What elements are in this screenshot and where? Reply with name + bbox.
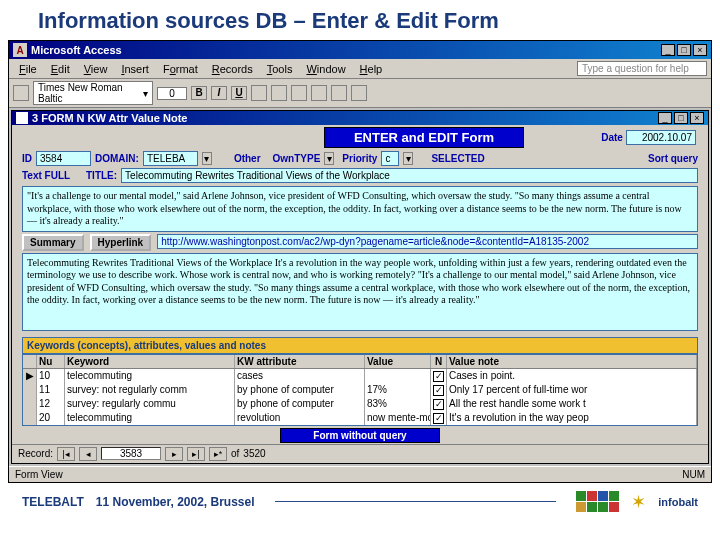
- font-size-select[interactable]: 0: [157, 87, 187, 100]
- col-note[interactable]: Value note: [447, 355, 697, 368]
- row-selector[interactable]: ▶: [23, 369, 37, 383]
- cell-checkbox[interactable]: ✓: [431, 397, 447, 411]
- minimize-button[interactable]: _: [661, 44, 675, 56]
- maximize-button[interactable]: □: [677, 44, 691, 56]
- cell-attribute[interactable]: cases: [235, 369, 365, 383]
- col-selector[interactable]: [23, 355, 37, 368]
- sub-close-button[interactable]: ×: [690, 112, 704, 124]
- table-row[interactable]: ▶10telecommutingcases✓Cases in point.: [23, 369, 697, 383]
- cell-note[interactable]: Only 17 percent of full-time wor: [447, 383, 697, 397]
- id-field[interactable]: 3584: [36, 151, 91, 166]
- toolbar-btn[interactable]: [13, 85, 29, 101]
- owntype-dropdown-icon[interactable]: ▾: [324, 152, 334, 165]
- menu-records[interactable]: Records: [206, 62, 259, 76]
- table-row[interactable]: 20telecommutingrevolutionnow mente-model…: [23, 411, 697, 425]
- table-row[interactable]: 11survey: not regularly commby phone of …: [23, 383, 697, 397]
- align-right-button[interactable]: [291, 85, 307, 101]
- form-without-query-button[interactable]: Form without query: [280, 428, 440, 443]
- cell-attribute[interactable]: by phone of computer: [235, 397, 365, 411]
- italic-button[interactable]: I: [211, 86, 227, 100]
- fill-color-button[interactable]: [311, 85, 327, 101]
- menu-insert[interactable]: Insert: [115, 62, 155, 76]
- slide-footer: TELEBALT 11 November, 2002, Brussel ✶ in…: [0, 483, 720, 513]
- cell-note[interactable]: Cases in point.: [447, 369, 697, 383]
- menu-view[interactable]: View: [78, 62, 114, 76]
- menu-file[interactable]: File: [13, 62, 43, 76]
- menu-help[interactable]: Help: [354, 62, 389, 76]
- cell-keyword[interactable]: survey: regularly commu: [65, 397, 235, 411]
- cell-checkbox[interactable]: ✓: [431, 383, 447, 397]
- selected-label: SELECTED: [431, 153, 484, 164]
- cell-attribute[interactable]: revolution: [235, 411, 365, 425]
- font-color-button[interactable]: [331, 85, 347, 101]
- col-attribute[interactable]: KW attribute: [235, 355, 365, 368]
- cell-num[interactable]: 20: [37, 411, 65, 425]
- menu-window[interactable]: Window: [300, 62, 351, 76]
- domain-field[interactable]: TELEBA: [143, 151, 198, 166]
- new-record-button[interactable]: ▸*: [209, 447, 227, 461]
- cell-checkbox[interactable]: ✓: [431, 369, 447, 383]
- cell-num[interactable]: 11: [37, 383, 65, 397]
- table-header-row: Nu Keyword KW attribute Value N Value no…: [23, 355, 697, 369]
- status-numlock: NUM: [682, 469, 705, 480]
- help-search-box[interactable]: Type a question for help: [577, 61, 707, 76]
- close-button[interactable]: ×: [693, 44, 707, 56]
- cell-note[interactable]: It's a revolution in the way peop: [447, 411, 697, 425]
- textfull-field[interactable]: "It's a challenge to our mental model," …: [22, 186, 698, 232]
- id-label: ID: [22, 153, 32, 164]
- domain-dropdown-icon[interactable]: ▾: [202, 152, 212, 165]
- form-header: ENTER and EDIT Form: [324, 127, 524, 148]
- font-select[interactable]: Times New Roman Baltic▾: [33, 81, 153, 105]
- cell-checkbox[interactable]: ✓: [431, 411, 447, 425]
- title-field[interactable]: Telecommuting Rewrites Traditional Views…: [121, 168, 698, 183]
- col-num[interactable]: Nu: [37, 355, 65, 368]
- cell-keyword[interactable]: telecommuting: [65, 411, 235, 425]
- cell-num[interactable]: 10: [37, 369, 65, 383]
- align-center-button[interactable]: [271, 85, 287, 101]
- sortquery-label[interactable]: Sort query: [648, 153, 698, 164]
- footer-date: 11 November, 2002, Brussel: [96, 495, 255, 509]
- cell-value[interactable]: [365, 369, 431, 383]
- menu-tools[interactable]: Tools: [261, 62, 299, 76]
- col-keyword[interactable]: Keyword: [65, 355, 235, 368]
- row-selector[interactable]: [23, 411, 37, 425]
- sub-minimize-button[interactable]: _: [658, 112, 672, 124]
- cell-keyword[interactable]: survey: not regularly comm: [65, 383, 235, 397]
- priority-label: Priority: [342, 153, 377, 164]
- date-label: Date: [601, 132, 623, 143]
- cell-keyword[interactable]: telecommuting: [65, 369, 235, 383]
- summary-button[interactable]: Summary: [22, 234, 84, 251]
- col-value[interactable]: Value: [365, 355, 431, 368]
- cell-num[interactable]: 12: [37, 397, 65, 411]
- hyperlink-button[interactable]: Hyperlink: [90, 234, 152, 251]
- sub-maximize-button[interactable]: □: [674, 112, 688, 124]
- last-record-button[interactable]: ▸|: [187, 447, 205, 461]
- hyperlink-field[interactable]: http://www.washingtonpost.com/ac2/wp-dyn…: [157, 234, 698, 249]
- row-selector[interactable]: [23, 383, 37, 397]
- date-field[interactable]: 2002.10.07: [626, 130, 696, 145]
- cell-value[interactable]: 17%: [365, 383, 431, 397]
- align-left-button[interactable]: [251, 85, 267, 101]
- keywords-section-header: Keywords (concepts), attributes, values …: [22, 337, 698, 354]
- priority-field[interactable]: c: [381, 151, 399, 166]
- menu-format[interactable]: Format: [157, 62, 204, 76]
- form-subwindow: 3 FORM N KW Attr Value Note _ □ × ENTER …: [11, 110, 709, 464]
- border-button[interactable]: [351, 85, 367, 101]
- bold-button[interactable]: B: [191, 86, 207, 100]
- col-n[interactable]: N: [431, 355, 447, 368]
- cell-attribute[interactable]: by phone of computer: [235, 383, 365, 397]
- next-record-button[interactable]: ▸: [165, 447, 183, 461]
- current-record-field[interactable]: 3583: [101, 447, 161, 460]
- row-selector[interactable]: [23, 397, 37, 411]
- cell-value[interactable]: 83%: [365, 397, 431, 411]
- cell-value[interactable]: now mente-model: [365, 411, 431, 425]
- record-navigator: Record: |◂ ◂ 3583 ▸ ▸| ▸* of 3520: [12, 444, 708, 463]
- priority-dropdown-icon[interactable]: ▾: [403, 152, 413, 165]
- underline-button[interactable]: U: [231, 86, 247, 100]
- cell-note[interactable]: All the rest handle some work t: [447, 397, 697, 411]
- prev-record-button[interactable]: ◂: [79, 447, 97, 461]
- first-record-button[interactable]: |◂: [57, 447, 75, 461]
- summary-text-field[interactable]: Telecommuting Rewrites Traditional Views…: [22, 253, 698, 331]
- menu-edit[interactable]: Edit: [45, 62, 76, 76]
- table-row[interactable]: 12survey: regularly commuby phone of com…: [23, 397, 697, 411]
